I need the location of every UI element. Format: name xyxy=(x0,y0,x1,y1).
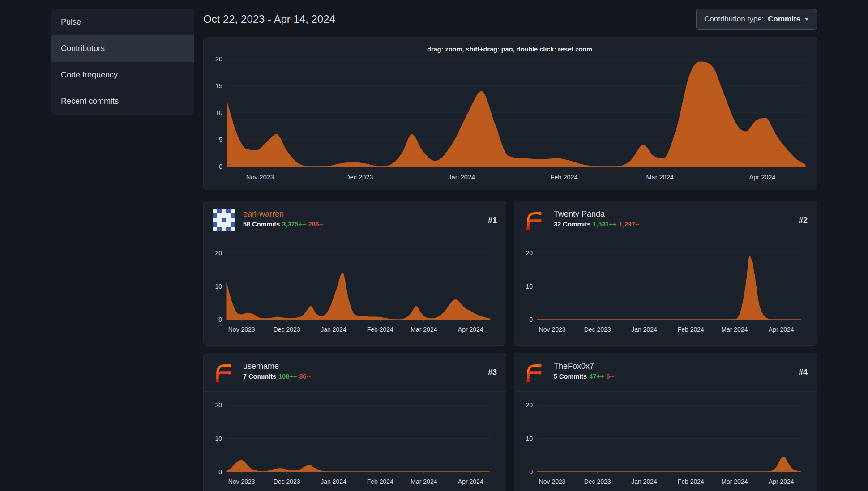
additions-count: 108++ xyxy=(278,373,297,380)
svg-text:Nov 2023: Nov 2023 xyxy=(228,478,255,485)
svg-text:10: 10 xyxy=(215,435,222,442)
main-activity-chart[interactable]: 05101520Nov 2023Dec 2023Jan 2024Feb 2024… xyxy=(203,37,817,190)
chevron-down-icon xyxy=(804,18,809,21)
contributor-chart[interactable]: 01020Nov 2023Dec 2023Jan 2024Feb 2024Mar… xyxy=(204,239,506,346)
page-header: Oct 22, 2023 - Apr 14, 2024 Contribution… xyxy=(203,9,817,30)
svg-text:20: 20 xyxy=(215,249,222,256)
contributor-rank: #1 xyxy=(488,209,497,231)
contributor-avatar[interactable] xyxy=(213,361,235,384)
svg-text:Mar 2024: Mar 2024 xyxy=(721,478,748,485)
deletions-count: 36-- xyxy=(299,373,311,380)
contributor-card-header: Twenty Panda 32 Commits1,531++1,297-- #2 xyxy=(514,201,817,239)
identicon-icon xyxy=(213,209,235,231)
svg-text:Jan 2024: Jan 2024 xyxy=(448,174,475,181)
date-range-heading: Oct 22, 2023 - Apr 14, 2024 xyxy=(203,13,335,26)
contributor-avatar[interactable] xyxy=(213,209,235,231)
contributor-name[interactable]: Twenty Panda xyxy=(554,209,639,219)
activity-page: Pulse Contributors Code frequency Recent… xyxy=(0,0,868,491)
svg-text:Feb 2024: Feb 2024 xyxy=(367,326,393,333)
contributor-card: username 7 Commits108++36-- #3 01020Nov … xyxy=(203,353,506,491)
svg-text:10: 10 xyxy=(215,283,222,290)
commits-count: 58 Commits xyxy=(243,221,280,228)
svg-text:Dec 2023: Dec 2023 xyxy=(274,326,300,333)
svg-text:0: 0 xyxy=(218,316,222,323)
svg-text:Mar 2024: Mar 2024 xyxy=(721,326,748,333)
contribution-type-value: Commits xyxy=(768,15,800,24)
svg-text:0: 0 xyxy=(219,163,222,170)
contributor-name[interactable]: username xyxy=(243,361,311,371)
contribution-type-label: Contribution type: xyxy=(704,15,764,24)
svg-text:Dec 2023: Dec 2023 xyxy=(584,478,611,485)
contributor-chart[interactable]: 01020Nov 2023Dec 2023Jan 2024Feb 2024Mar… xyxy=(514,239,817,346)
svg-text:Nov 2023: Nov 2023 xyxy=(539,326,566,333)
svg-text:Nov 2023: Nov 2023 xyxy=(228,326,255,333)
contributor-rank: #4 xyxy=(799,361,808,384)
contributor-rank: #2 xyxy=(799,209,808,231)
svg-text:20: 20 xyxy=(215,401,222,409)
svg-text:Feb 2024: Feb 2024 xyxy=(678,326,704,333)
svg-text:Jan 2024: Jan 2024 xyxy=(631,326,657,333)
contributor-name[interactable]: earl-warren xyxy=(243,209,323,219)
commits-count: 5 Commits xyxy=(554,373,587,380)
deletions-count: 6-- xyxy=(606,373,614,380)
svg-text:20: 20 xyxy=(526,249,533,256)
deletions-count: 1,297-- xyxy=(619,221,639,228)
activity-sidebar: Pulse Contributors Code frequency Recent… xyxy=(51,9,194,115)
deletions-count: 286-- xyxy=(308,221,323,228)
svg-text:Apr 2024: Apr 2024 xyxy=(769,326,794,333)
contributor-card: Twenty Panda 32 Commits1,531++1,297-- #2… xyxy=(514,201,817,346)
main-content: Oct 22, 2023 - Apr 14, 2024 Contribution… xyxy=(203,9,817,491)
contribution-type-dropdown[interactable]: Contribution type: Commits xyxy=(696,9,817,30)
contributor-stats: 7 Commits108++36-- xyxy=(243,373,311,380)
sidebar-item-recent-commits[interactable]: Recent commits xyxy=(51,88,194,115)
svg-text:Feb 2024: Feb 2024 xyxy=(678,478,704,485)
contributor-card-header: earl-warren 58 Commits3,375++286-- #1 xyxy=(204,201,506,239)
svg-text:Mar 2024: Mar 2024 xyxy=(646,174,674,181)
svg-text:Feb 2024: Feb 2024 xyxy=(550,174,577,181)
svg-text:0: 0 xyxy=(218,468,222,475)
svg-text:Dec 2023: Dec 2023 xyxy=(274,478,300,485)
contributor-card-header: username 7 Commits108++36-- #3 xyxy=(204,353,506,392)
svg-text:drag: zoom, shift+drag: pan, d: drag: zoom, shift+drag: pan, double clic… xyxy=(427,46,592,53)
svg-text:10: 10 xyxy=(215,109,222,116)
contributor-info: username 7 Commits108++36-- xyxy=(243,361,311,380)
svg-text:5: 5 xyxy=(219,136,222,143)
svg-text:Dec 2023: Dec 2023 xyxy=(345,174,373,181)
svg-text:Nov 2023: Nov 2023 xyxy=(539,478,566,485)
contributor-stats: 58 Commits3,375++286-- xyxy=(243,221,323,228)
commits-count: 32 Commits xyxy=(554,221,590,228)
contributor-rank: #3 xyxy=(488,361,497,384)
contributor-info: earl-warren 58 Commits3,375++286-- xyxy=(243,209,323,228)
svg-text:Jan 2024: Jan 2024 xyxy=(631,478,657,485)
contributor-stats: 5 Commits47++6-- xyxy=(554,373,614,380)
svg-text:0: 0 xyxy=(529,468,533,475)
contributor-chart[interactable]: 01020Nov 2023Dec 2023Jan 2024Feb 2024Mar… xyxy=(514,392,817,491)
contributor-avatar[interactable] xyxy=(523,209,546,231)
svg-text:Mar 2024: Mar 2024 xyxy=(410,478,437,485)
svg-text:Feb 2024: Feb 2024 xyxy=(367,478,393,485)
svg-text:20: 20 xyxy=(215,56,222,63)
svg-text:20: 20 xyxy=(526,401,533,409)
commits-count: 7 Commits xyxy=(243,373,276,380)
contributor-info: TheFox0x7 5 Commits47++6-- xyxy=(554,361,614,380)
additions-count: 47++ xyxy=(589,373,604,380)
contributor-chart[interactable]: 01020Nov 2023Dec 2023Jan 2024Feb 2024Mar… xyxy=(204,392,506,491)
contributor-avatar[interactable] xyxy=(523,361,546,384)
svg-text:Apr 2024: Apr 2024 xyxy=(769,478,794,485)
svg-text:10: 10 xyxy=(526,435,533,442)
forgejo-logo-icon xyxy=(523,361,546,384)
contributor-info: Twenty Panda 32 Commits1,531++1,297-- xyxy=(554,209,639,228)
svg-text:Jan 2024: Jan 2024 xyxy=(321,326,346,333)
contributor-card: TheFox0x7 5 Commits47++6-- #4 01020Nov 2… xyxy=(514,353,817,491)
sidebar-item-pulse[interactable]: Pulse xyxy=(51,9,194,35)
sidebar-item-code-frequency[interactable]: Code frequency xyxy=(51,62,194,88)
svg-text:Apr 2024: Apr 2024 xyxy=(749,174,776,181)
contributor-name[interactable]: TheFox0x7 xyxy=(554,361,614,371)
additions-count: 1,531++ xyxy=(593,221,616,228)
svg-text:Jan 2024: Jan 2024 xyxy=(321,478,346,485)
sidebar-item-contributors[interactable]: Contributors xyxy=(51,35,194,62)
additions-count: 3,375++ xyxy=(282,221,306,228)
svg-text:10: 10 xyxy=(526,283,533,290)
contributor-stats: 32 Commits1,531++1,297-- xyxy=(554,221,639,228)
forgejo-logo-icon xyxy=(213,361,235,384)
